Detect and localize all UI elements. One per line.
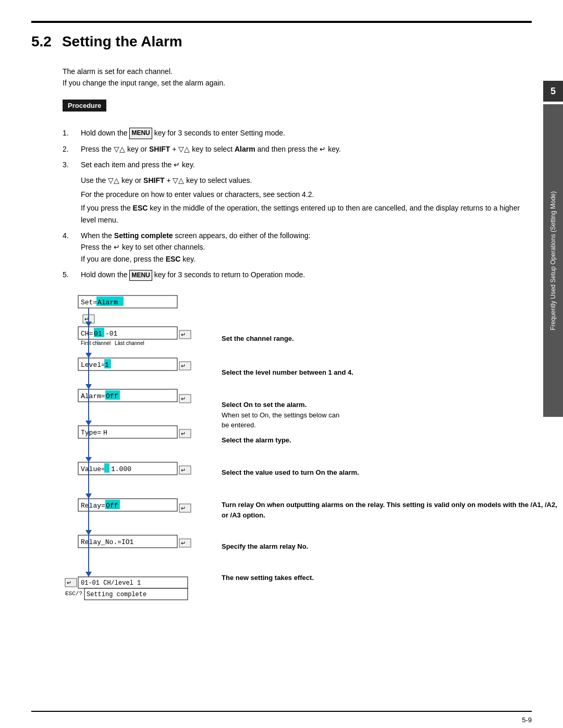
- flow-diagram-svg: Set= Alarm ↵ CH= 01 -01: [63, 293, 214, 668]
- desc-ch-range-text: Set the channel range.: [222, 335, 294, 342]
- desc-type: Select the alarm type.: [222, 431, 563, 463]
- intro-line1: The alarm is set for each channel.: [63, 66, 532, 77]
- svg-text:↵: ↵: [67, 579, 71, 586]
- step-2-number: 2.: [63, 143, 73, 155]
- svg-text:1: 1: [105, 361, 109, 369]
- desc-level-text: Select the level number between 1 and 4.: [222, 368, 353, 376]
- step-3-content: Set each item and press the ↵ key.: [81, 159, 532, 170]
- step-sub-2: For the procedure on how to enter values…: [81, 189, 532, 200]
- svg-text:↵: ↵: [181, 467, 186, 473]
- intro-text: The alarm is set for each channel. If yo…: [63, 66, 532, 89]
- desc-relay-bold: Turn relay On when outputting alarms on …: [222, 501, 557, 519]
- bottom-area: 5-9: [31, 711, 532, 728]
- svg-text:-01: -01: [105, 330, 118, 338]
- desc-relay: Turn relay On when outputting alarms on …: [222, 496, 563, 537]
- svg-text:↵: ↵: [181, 363, 186, 369]
- svg-text:Off: Off: [106, 502, 118, 510]
- desc-type-text: Select the alarm type.: [222, 436, 291, 444]
- svg-text:01-01 CH/level 1: 01-01 CH/level 1: [81, 579, 141, 587]
- step-4: 4. When the Setting complete screen appe…: [63, 230, 532, 265]
- svg-text:↑: ↑: [96, 338, 100, 344]
- step-1-content: Hold down the MENU key for 3 seconds to …: [81, 127, 532, 139]
- svg-text:↵: ↵: [181, 540, 186, 546]
- menu-key-1: MENU: [129, 128, 152, 139]
- desc-value: Select the value used to turn On the ala…: [222, 463, 563, 496]
- step-4-content: When the Setting complete screen appears…: [81, 230, 532, 265]
- section-number: 5.2: [31, 33, 52, 50]
- step-1-number: 1.: [63, 127, 73, 139]
- steps-container: 1. Hold down the MENU key for 3 seconds …: [63, 127, 532, 285]
- descriptions: Set the channel range. Select the level …: [222, 293, 563, 670]
- desc-ch-range: Set the channel range.: [222, 329, 563, 363]
- svg-text:↵: ↵: [181, 396, 186, 402]
- main-content: 5.2 Setting the Alarm The alarm is set f…: [0, 23, 563, 711]
- page-number: 5-9: [522, 716, 532, 724]
- step-3: 3. Set each item and press the ↵ key.: [63, 159, 532, 170]
- svg-text:Alarm: Alarm: [97, 299, 118, 306]
- lcd-flow: Set= Alarm ↵ CH= 01 -01: [63, 293, 214, 670]
- section-heading: Setting the Alarm: [62, 33, 182, 50]
- svg-text:Level=: Level=: [81, 361, 105, 369]
- svg-text:↑: ↑: [117, 338, 120, 344]
- section-title: 5.2 Setting the Alarm: [31, 33, 532, 50]
- procedure-label: Procedure: [63, 100, 106, 112]
- svg-rect-46: [104, 463, 109, 473]
- step-5-number: 5.: [63, 269, 73, 281]
- svg-text:↵: ↵: [181, 331, 186, 338]
- svg-text:H: H: [103, 429, 107, 437]
- sidebar: Frequently Used Setup Operations (Settin…: [543, 104, 563, 417]
- intro-line2: If you change the input range, set the a…: [63, 77, 532, 89]
- svg-text:CH=: CH=: [81, 330, 93, 338]
- desc-alarm-bold: Select On to set the alarm.: [222, 401, 307, 409]
- page: 5.2 Setting the Alarm The alarm is set f…: [0, 0, 563, 728]
- desc-alarm: Select On to set the alarm. When set to …: [222, 396, 563, 431]
- step-4-number: 4.: [63, 230, 73, 265]
- desc-value-text: Select the value used to turn On the ala…: [222, 468, 359, 476]
- step-5: 5. Hold down the MENU key for 3 seconds …: [63, 269, 532, 281]
- svg-text:First channel: First channel: [81, 340, 111, 346]
- procedure-section: Procedure: [63, 100, 532, 119]
- desc-complete-text: The new setting takes effect.: [222, 574, 314, 582]
- step-sub-1: Use the ▽△ key or SHIFT + ▽△ key to sele…: [81, 175, 532, 186]
- svg-text:Set=: Set=: [81, 299, 97, 306]
- svg-text:1.000: 1.000: [111, 465, 131, 473]
- step-1: 1. Hold down the MENU key for 3 seconds …: [63, 127, 532, 139]
- step-2-content: Press the ▽△ key or SHIFT + ▽△ key to se…: [81, 143, 532, 155]
- desc-relay-no: Specify the alarm relay No.: [222, 537, 563, 569]
- svg-text:Setting complete: Setting complete: [87, 591, 146, 598]
- svg-text:Alarm=: Alarm=: [81, 392, 105, 400]
- svg-rect-8: [78, 327, 177, 339]
- sidebar-chapter-number: 5: [543, 81, 563, 102]
- step-sub-3: If you press the ESC key in the middle o…: [81, 202, 532, 226]
- desc-alarm-sub: When set to On, the settings below canbe…: [222, 411, 339, 429]
- step-3-number: 3.: [63, 159, 73, 170]
- desc-level: Select the level number between 1 and 4.: [222, 363, 563, 396]
- svg-text:Type=: Type=: [81, 429, 101, 437]
- svg-text:01: 01: [94, 330, 102, 338]
- step-5-content: Hold down the MENU key for 3 seconds to …: [81, 269, 532, 281]
- svg-text:Off: Off: [106, 392, 118, 400]
- menu-key-2: MENU: [129, 270, 152, 281]
- sidebar-label: Frequently Used Setup Operations (Settin…: [549, 191, 558, 330]
- diagram: Set= Alarm ↵ CH= 01 -01: [63, 293, 563, 670]
- svg-text:↵: ↵: [181, 430, 186, 437]
- svg-text:↵: ↵: [181, 505, 186, 511]
- svg-text:Value=: Value=: [81, 465, 105, 473]
- svg-text:ESC/?: ESC/?: [65, 590, 82, 597]
- desc-relay-no-text: Specify the alarm relay No.: [222, 542, 308, 550]
- step-2: 2. Press the ▽△ key or SHIFT + ▽△ key to…: [63, 143, 532, 155]
- desc-complete: The new setting takes effect.: [222, 569, 563, 589]
- svg-text:Relay=: Relay=: [81, 502, 105, 510]
